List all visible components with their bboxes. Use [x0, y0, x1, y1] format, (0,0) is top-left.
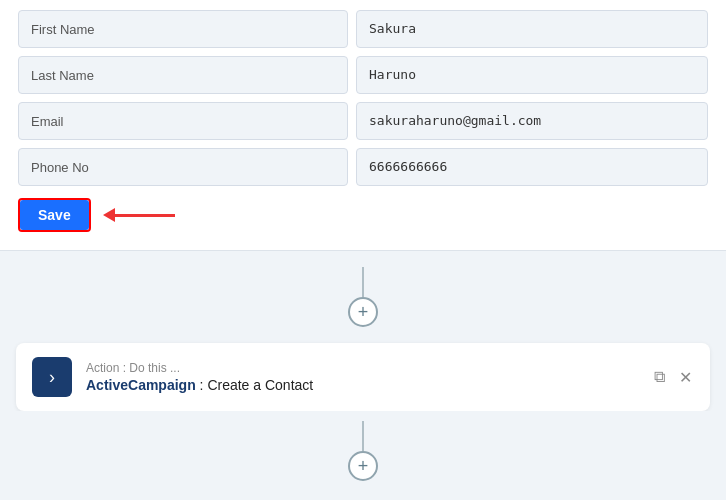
action-name: Create a Contact [207, 377, 313, 393]
action-card: › Action : Do this ... ActiveCampaign : … [16, 343, 710, 411]
action-prefix-label: Action : Do this ... [86, 361, 638, 375]
form-row: First Name [18, 10, 708, 48]
form-row: Email [18, 102, 708, 140]
field-label-first-name: First Name [18, 10, 348, 48]
field-value-phone-no[interactable] [356, 148, 708, 186]
field-value-first-name[interactable] [356, 10, 708, 48]
add-step-button-top[interactable]: + [348, 297, 378, 327]
add-step-button-bottom[interactable]: + [348, 451, 378, 481]
action-text-block: Action : Do this ... ActiveCampaign : Cr… [86, 361, 638, 393]
form-rows: First NameLast NameEmailPhone No [18, 10, 708, 186]
save-area: Save [18, 198, 708, 232]
arrow-head-icon [103, 208, 115, 222]
arrow-indicator [103, 208, 175, 222]
form-row: Phone No [18, 148, 708, 186]
top-connector-section: + [0, 251, 726, 343]
action-separator: : [196, 377, 208, 393]
top-section: First NameLast NameEmailPhone No Save [0, 0, 726, 251]
save-btn-border: Save [18, 198, 91, 232]
copy-button[interactable]: ⧉ [652, 366, 667, 388]
field-label-last-name: Last Name [18, 56, 348, 94]
field-label-email: Email [18, 102, 348, 140]
bottom-connector-section: + [0, 411, 726, 497]
connector-line-top [362, 267, 364, 297]
save-button[interactable]: Save [20, 200, 89, 230]
action-icon-symbol: › [49, 367, 55, 388]
action-app-name: ActiveCampaign [86, 377, 196, 393]
action-app-icon: › [32, 357, 72, 397]
arrow-line [115, 214, 175, 217]
action-controls: ⧉ ✕ [652, 366, 694, 389]
field-label-phone-no: Phone No [18, 148, 348, 186]
form-row: Last Name [18, 56, 708, 94]
field-value-email[interactable] [356, 102, 708, 140]
field-value-last-name[interactable] [356, 56, 708, 94]
action-title: ActiveCampaign : Create a Contact [86, 377, 638, 393]
close-button[interactable]: ✕ [677, 366, 694, 389]
connector-line-bottom [362, 421, 364, 451]
